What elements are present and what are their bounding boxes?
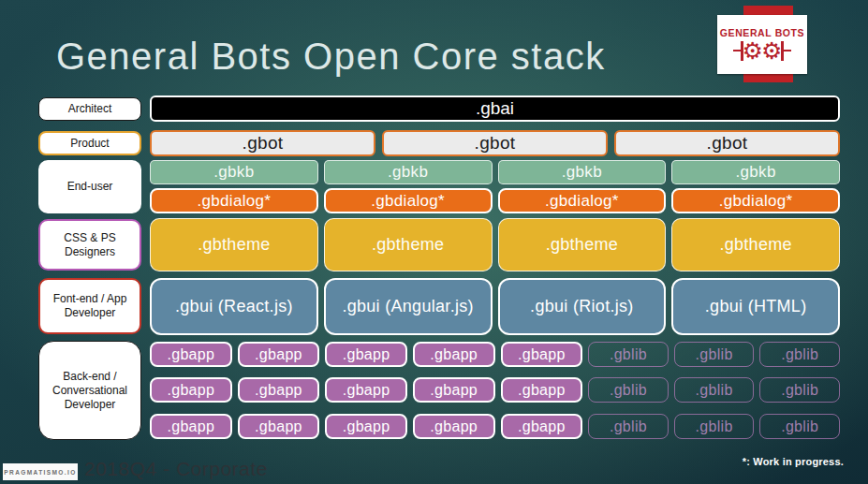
gblib-box: .gblib <box>759 377 840 403</box>
gbapp-box: .gbapp <box>325 342 407 367</box>
backend-row-3: .gbapp .gbapp .gbapp .gbapp .gbapp .gbli… <box>150 414 840 439</box>
gbapp-box: .gbapp <box>238 414 320 439</box>
gbtheme-box: .gbtheme <box>150 218 318 271</box>
gbapp-box: .gbapp <box>325 377 407 403</box>
gbapp-box: .gbapp <box>501 414 583 439</box>
gbtheme-box: .gbtheme <box>324 218 493 271</box>
gbapp-box: .gbapp <box>150 414 232 439</box>
row-label-frontend-app-developer: Font-end / App Developer <box>38 278 141 334</box>
gbot-box: .gbot <box>150 130 375 156</box>
gbui-angular-box: .gbui (Angular.js) <box>324 278 493 335</box>
backend-row-1: .gbapp .gbapp .gbapp .gbapp .gbapp .gbli… <box>150 342 840 367</box>
gblib-box: .gblib <box>588 342 669 367</box>
gbapp-box: .gbapp <box>501 342 583 367</box>
gbdialog-box: .gbdialog* <box>150 188 318 213</box>
gblib-box: .gblib <box>759 414 840 439</box>
gblib-box: .gblib <box>674 414 755 439</box>
gbui-react-box: .gbui (React.js) <box>150 278 318 335</box>
gblib-box: .gblib <box>588 414 669 439</box>
gear-wing-left <box>733 50 741 52</box>
gbdialog-box: .gbdialog* <box>671 188 840 213</box>
gbkb-box: .gbkb <box>671 160 840 184</box>
row-label-product: Product <box>38 131 141 155</box>
gbot-box: .gbot <box>382 130 608 156</box>
row-label-backend-conversational-developer: Back-end / Conversational Developer <box>38 341 141 440</box>
footer-caption: 2018Q4 - Corporate <box>84 458 268 480</box>
gbkb-box: .gbkb <box>150 160 318 184</box>
gblib-box: .gblib <box>759 342 840 367</box>
row-label-architect: Architect <box>38 97 141 121</box>
gbapp-box: .gbapp <box>150 377 232 403</box>
backend-row-2: .gbapp .gbapp .gbapp .gbapp .gbapp .gbli… <box>150 377 840 403</box>
gbapp-box: .gbapp <box>238 377 320 403</box>
gbapp-box: .gbapp <box>413 414 495 439</box>
gbkb-box: .gbkb <box>324 160 493 184</box>
gbkb-row: .gbkb .gbkb .gbkb .gbkb <box>150 160 840 184</box>
gbdialog-box: .gbdialog* <box>324 188 493 213</box>
gear-icon: ⚙ <box>743 39 763 63</box>
gbkb-box: .gbkb <box>498 160 667 184</box>
general-bots-logo: GENERAL BOTS ⚙⚙ <box>717 15 807 74</box>
gbapp-box: .gbapp <box>150 342 232 367</box>
gbapp-box: .gbapp <box>238 342 320 367</box>
gbapp-box: .gbapp <box>413 377 495 403</box>
work-in-progress-note: *: Work in progress. <box>743 456 844 467</box>
page-title: General Bots Open Core stack <box>56 36 606 78</box>
gear-wing-right <box>784 50 791 52</box>
gblib-box: .gblib <box>588 377 669 403</box>
gbot-box: .gbot <box>614 130 840 156</box>
logo-brand-text: GENERAL BOTS <box>720 27 804 38</box>
gbapp-box: .gbapp <box>325 414 407 439</box>
slide-canvas: General Bots Open Core stack GENERAL BOT… <box>0 0 868 484</box>
gbui-html-box: .gbui (HTML) <box>671 278 840 335</box>
gbot-row: .gbot .gbot .gbot <box>150 130 840 156</box>
gblib-box: .gblib <box>674 342 755 367</box>
gbai-box: .gbai <box>150 95 840 122</box>
row-label-end-user: End-user <box>38 160 141 213</box>
row-label-css-ps-designers: CSS & PS Designers <box>38 219 141 271</box>
gbapp-box: .gbapp <box>413 342 495 367</box>
gbtheme-row: .gbtheme .gbtheme .gbtheme .gbtheme <box>150 218 840 271</box>
gbdialog-row: .gbdialog* .gbdialog* .gbdialog* .gbdial… <box>150 188 840 213</box>
gbui-riot-box: .gbui (Riot.js) <box>498 278 667 335</box>
gbui-row: .gbui (React.js) .gbui (Angular.js) .gbu… <box>150 278 840 335</box>
gear-icon: ⚙ <box>761 39 782 63</box>
gbtheme-box: .gbtheme <box>671 218 840 271</box>
gbtheme-box: .gbtheme <box>498 218 667 271</box>
gears-icon: ⚙⚙ <box>733 39 791 63</box>
gbapp-box: .gbapp <box>501 377 583 403</box>
gbdialog-box: .gbdialog* <box>498 188 667 213</box>
pragmatismo-logo: PRAGMATISMO.IO <box>3 463 78 480</box>
gblib-box: .gblib <box>674 377 755 403</box>
